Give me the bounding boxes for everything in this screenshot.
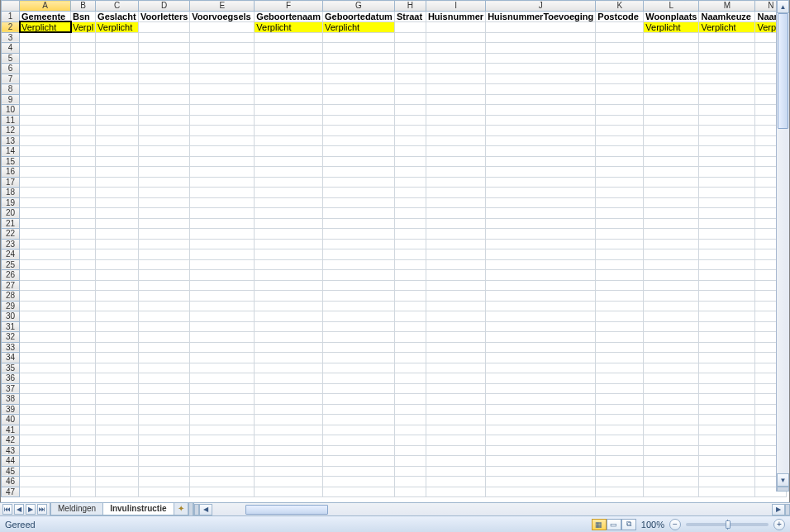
view-mode-1[interactable]: ▭ <box>607 519 621 530</box>
cell-F11[interactable] <box>255 115 323 126</box>
cell-E10[interactable] <box>190 105 255 116</box>
cell-K7[interactable] <box>596 74 644 84</box>
cell-F2[interactable]: Verplicht <box>255 21 323 32</box>
cell-C30[interactable] <box>96 311 139 322</box>
cell-C41[interactable] <box>96 425 139 435</box>
cell-J47[interactable] <box>486 487 596 497</box>
row-header-36[interactable]: 36 <box>2 373 20 384</box>
cell-J38[interactable] <box>486 394 596 405</box>
cell-B23[interactable] <box>71 239 96 249</box>
cell-J5[interactable] <box>486 53 596 64</box>
row-header-11[interactable]: 11 <box>2 115 20 126</box>
cell-F37[interactable] <box>255 383 323 394</box>
cell-L24[interactable] <box>644 249 699 260</box>
cell-M28[interactable] <box>699 291 755 302</box>
cell-F44[interactable] <box>255 456 323 467</box>
cell-K12[interactable] <box>596 126 644 136</box>
cell-I13[interactable] <box>426 135 485 146</box>
cell-L19[interactable] <box>644 197 699 208</box>
cell-D29[interactable] <box>139 301 190 311</box>
cell-K8[interactable] <box>596 84 644 95</box>
cell-J26[interactable] <box>486 270 596 281</box>
cell-A5[interactable] <box>20 53 71 64</box>
cell-F16[interactable] <box>255 167 323 178</box>
cell-B8[interactable] <box>71 84 96 95</box>
cell-L15[interactable] <box>644 156 699 167</box>
cell-K46[interactable] <box>596 477 644 487</box>
cell-C36[interactable] <box>96 373 139 384</box>
cell-H23[interactable] <box>394 239 426 249</box>
cell-C5[interactable] <box>96 53 139 64</box>
cell-B46[interactable] <box>71 477 96 487</box>
cell-L18[interactable] <box>644 188 699 198</box>
cell-M21[interactable] <box>699 218 755 229</box>
cell-G34[interactable] <box>322 353 394 363</box>
cell-F41[interactable] <box>255 425 323 435</box>
column-header-L[interactable]: L <box>644 1 699 12</box>
cell-F5[interactable] <box>255 53 323 64</box>
cell-D12[interactable] <box>139 126 190 136</box>
cell-M20[interactable] <box>699 208 755 219</box>
cell-A26[interactable] <box>20 270 71 281</box>
cell-F13[interactable] <box>255 135 323 146</box>
cell-I37[interactable] <box>426 383 485 394</box>
cell-H40[interactable] <box>394 415 426 425</box>
zoom-in-button[interactable]: + <box>773 519 785 530</box>
cell-I3[interactable] <box>426 32 485 43</box>
cell-F30[interactable] <box>255 311 323 322</box>
row-header-41[interactable]: 41 <box>2 425 20 435</box>
cell-I26[interactable] <box>426 270 485 281</box>
cell-M43[interactable] <box>699 445 755 456</box>
cell-E46[interactable] <box>190 477 255 487</box>
cell-B18[interactable] <box>71 188 96 198</box>
cell-C18[interactable] <box>96 188 139 198</box>
cell-J17[interactable] <box>486 177 596 188</box>
cell-G47[interactable] <box>322 487 394 497</box>
cell-E42[interactable] <box>190 435 255 446</box>
cell-E3[interactable] <box>190 32 255 43</box>
column-header-H[interactable]: H <box>394 1 426 12</box>
cell-G6[interactable] <box>322 64 394 74</box>
cell-J32[interactable] <box>486 332 596 343</box>
row-header-22[interactable]: 22 <box>2 229 20 240</box>
cell-D22[interactable] <box>139 229 190 240</box>
row-header-45[interactable]: 45 <box>2 466 20 477</box>
cell-J30[interactable] <box>486 311 596 322</box>
cell-J22[interactable] <box>486 229 596 240</box>
cell-L32[interactable] <box>644 332 699 343</box>
cell-M42[interactable] <box>699 435 755 446</box>
cell-A37[interactable] <box>20 383 71 394</box>
cell-A30[interactable] <box>20 311 71 322</box>
cell-L27[interactable] <box>644 280 699 291</box>
cell-I33[interactable] <box>426 342 485 353</box>
cell-J43[interactable] <box>486 445 596 456</box>
cell-H5[interactable] <box>394 53 426 64</box>
cell-M7[interactable] <box>699 74 755 84</box>
cell-F33[interactable] <box>255 342 323 353</box>
cell-C26[interactable] <box>96 270 139 281</box>
cell-J39[interactable] <box>486 404 596 415</box>
cell-J25[interactable] <box>486 259 596 270</box>
cell-F36[interactable] <box>255 373 323 384</box>
row-header-44[interactable]: 44 <box>2 456 20 467</box>
cell-D28[interactable] <box>139 291 190 302</box>
cell-K35[interactable] <box>596 363 644 373</box>
cell-F42[interactable] <box>255 435 323 446</box>
cell-E39[interactable] <box>190 404 255 415</box>
cell-J35[interactable] <box>486 363 596 373</box>
cell-D21[interactable] <box>139 218 190 229</box>
cell-A13[interactable] <box>20 135 71 146</box>
cell-B20[interactable] <box>71 208 96 219</box>
cell-E18[interactable] <box>190 188 255 198</box>
cell-M24[interactable] <box>699 249 755 260</box>
cell-K10[interactable] <box>596 105 644 116</box>
cell-I20[interactable] <box>426 208 485 219</box>
cell-E41[interactable] <box>190 425 255 435</box>
cell-L41[interactable] <box>644 425 699 435</box>
row-header-20[interactable]: 20 <box>2 208 20 219</box>
column-header-K[interactable]: K <box>596 1 644 12</box>
cell-A1[interactable]: Gemeente <box>20 11 71 21</box>
cell-J13[interactable] <box>486 135 596 146</box>
cell-D18[interactable] <box>139 188 190 198</box>
cell-J28[interactable] <box>486 291 596 302</box>
